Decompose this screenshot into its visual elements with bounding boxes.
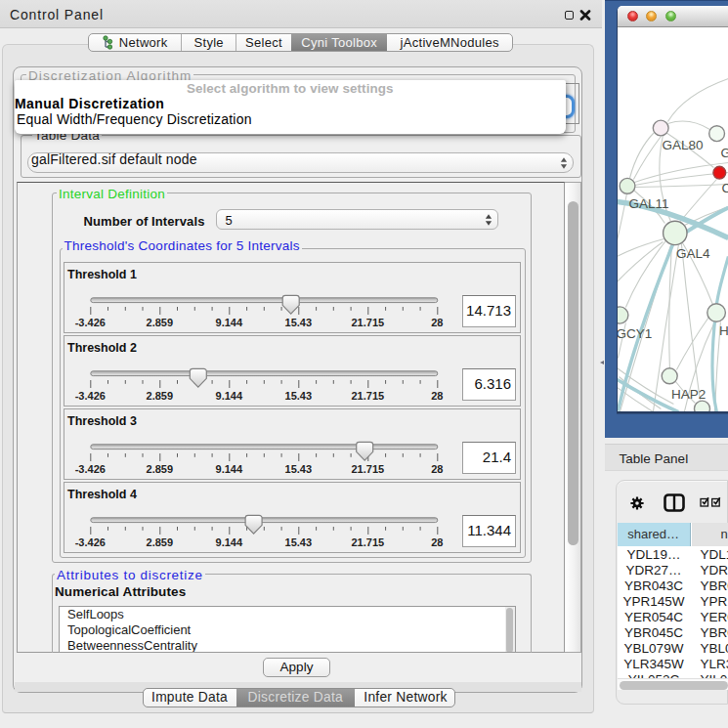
svg-text:HAP2: HAP2 <box>670 386 705 401</box>
svg-text:GCY1: GCY1 <box>618 326 652 341</box>
svg-text:GAL80: GAL80 <box>662 138 703 152</box>
svg-text:GAL4: GAL4 <box>675 245 709 260</box>
svg-text:C: C <box>721 181 728 195</box>
svg-text:GA: GA <box>720 146 728 160</box>
svg-text:GAL11: GAL11 <box>628 196 668 211</box>
svg-text:H: H <box>718 322 728 337</box>
